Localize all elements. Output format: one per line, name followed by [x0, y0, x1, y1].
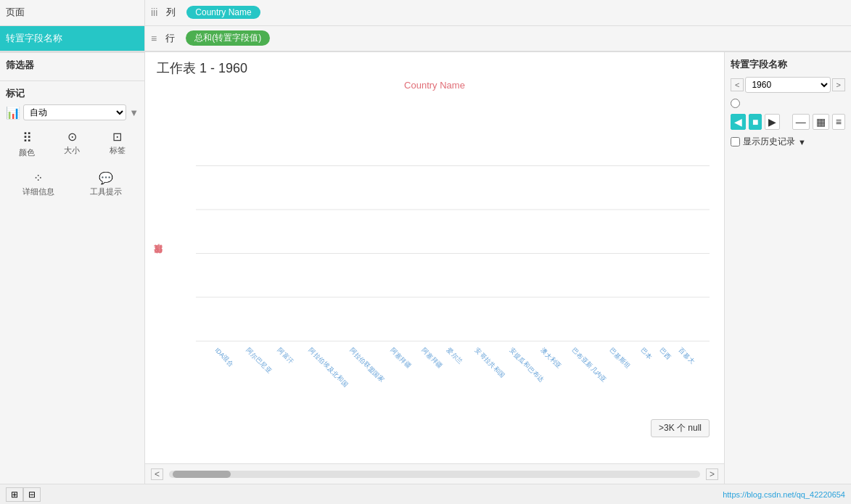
chart-x-label: Country Name [145, 80, 724, 91]
marks-tooltip[interactable]: 💬 工具提示 [74, 168, 139, 201]
col-icon: iii [151, 7, 157, 18]
main-area: 筛选器 标记 📊 自动 ▼ ⠿ 颜色 ⊙ [0, 52, 851, 484]
marks-section: 标记 📊 自动 ▼ ⠿ 颜色 ⊙ 大小 [0, 80, 144, 207]
svg-text:巴基斯坦: 巴基斯坦 [608, 347, 632, 371]
row-label: 行 [165, 32, 180, 45]
bottom-icon2[interactable]: ⊟ [23, 487, 41, 502]
chart-title: 工作表 1 - 1960 [145, 52, 724, 77]
size-icon: ⊙ [67, 130, 77, 144]
view-icon-prev[interactable]: ◀ [731, 114, 746, 130]
chart-region: 工作表 1 - 1960 Country Name 转置字段值 80T [145, 52, 724, 484]
top-bar: 页面 转置字段名称 iii 列 Country Name ≡ 行 总和(转置字段… [0, 0, 851, 52]
detail-icon: ⁘ [33, 171, 43, 185]
svg-text:巴西: 巴西 [659, 347, 673, 361]
right-title: 转置字段名称 [731, 58, 845, 71]
marks-wide-row: ⁘ 详细信息 💬 工具提示 [6, 168, 139, 201]
left-panel: 筛选器 标记 📊 自动 ▼ ⠿ 颜色 ⊙ [0, 52, 145, 484]
marks-detail[interactable]: ⁘ 详细信息 [6, 168, 71, 201]
tooltip-icon: 💬 [99, 171, 113, 185]
color-label: 颜色 [19, 147, 35, 158]
active-page-label: 转置字段名称 [6, 32, 62, 45]
dropdown-arrow-icon: ▼ [129, 107, 139, 118]
tooltip-label: 工具提示 [90, 186, 122, 197]
marks-label[interactable]: ⊡ 标签 [96, 126, 139, 162]
history-dropdown-icon[interactable]: ▼ [798, 138, 806, 146]
layout-icon-line[interactable]: — [792, 114, 810, 130]
label-icon: ⊡ [112, 130, 122, 144]
svg-text:百慕大: 百慕大 [677, 347, 696, 365]
label-label: 标签 [110, 145, 126, 156]
marks-type-select[interactable]: 自动 [23, 104, 126, 120]
view-icons-row: ◀ ■ ▶ — ▦ ≡ [731, 114, 845, 130]
color-icon: ⠿ [22, 130, 32, 146]
page-row: 页面 [0, 0, 144, 26]
svg-text:阿塞拜疆: 阿塞拜疆 [389, 347, 413, 371]
svg-text:巴本: 巴本 [640, 347, 654, 361]
svg-text:爱尔兰: 爱尔兰 [445, 347, 464, 365]
col-row: iii 列 Country Name [145, 0, 851, 26]
col-tag-pill[interactable]: Country Name [186, 6, 260, 19]
scrollbar-row: < > [145, 463, 724, 484]
svg-text:巴布亚新几内亚: 巴布亚新几内亚 [571, 347, 609, 384]
year-nav: < 1960 > [731, 77, 845, 93]
bottom-icon1[interactable]: ⊞ [6, 487, 23, 502]
bottom-bar: ⊞ ⊟ https://blog.csdn.net/qq_42220654 [0, 484, 851, 504]
null-badge: >3K 个 null [651, 419, 710, 437]
svg-text:澳大利亚: 澳大利亚 [539, 347, 563, 371]
svg-text:IDA混合: IDA混合 [213, 347, 235, 368]
radio-row [731, 99, 845, 108]
year-prev-btn[interactable]: < [731, 78, 744, 91]
view-icon-center[interactable]: ■ [749, 114, 762, 130]
chart-body: 转置字段值 80T 60T 40T 20T 0T [145, 94, 724, 463]
layout-icon-list[interactable]: ≡ [832, 114, 845, 130]
year-select[interactable]: 1960 [745, 77, 830, 93]
chart-area: 工作表 1 - 1960 Country Name 转置字段值 80T [145, 52, 724, 463]
svg-text:阿拉伯联盟国家: 阿拉伯联盟国家 [348, 347, 386, 384]
marks-grid: ⠿ 颜色 ⊙ 大小 ⊡ 标签 [6, 126, 139, 162]
filter-title: 筛选器 [6, 59, 139, 72]
svg-text:安哥拉共和国: 安哥拉共和国 [474, 347, 506, 379]
history-row: 显示历史记录 ▼ [731, 136, 845, 148]
detail-label: 详细信息 [22, 186, 54, 197]
chart-svg: 80T 60T 40T 20T 0T IDA混合 阿尔巴尼亚 阿富汗 阿拉伯埃及… [196, 94, 710, 463]
marks-color[interactable]: ⠿ 颜色 [6, 126, 48, 162]
layout-icon-grid[interactable]: ▦ [813, 114, 829, 130]
page-label: 页面 [6, 6, 25, 19]
scroll-right-btn[interactable]: > [706, 468, 718, 480]
filter-section: 筛选器 [0, 52, 144, 80]
scroll-thumb[interactable] [173, 471, 231, 478]
top-left-panel: 页面 转置字段名称 [0, 0, 145, 51]
size-label: 大小 [64, 145, 80, 156]
svg-text:阿富汗: 阿富汗 [276, 347, 295, 365]
history-checkbox[interactable] [731, 137, 740, 146]
marks-type-row: 📊 自动 ▼ [6, 104, 139, 120]
right-panel: 转置字段名称 < 1960 > ◀ ■ ▶ — ▦ ≡ [724, 52, 851, 484]
chart-icon: 📊 [6, 106, 20, 120]
marks-size[interactable]: ⊙ 大小 [51, 126, 93, 162]
top-right-panel: iii 列 Country Name ≡ 行 总和(转置字段值) [145, 0, 851, 51]
view-icon-next[interactable]: ▶ [765, 114, 780, 130]
scroll-track[interactable] [169, 471, 700, 478]
active-page-btn[interactable]: 转置字段名称 [0, 26, 144, 52]
col-label: 列 [166, 6, 181, 19]
row-tag-pill[interactable]: 总和(转置字段值) [186, 30, 270, 46]
svg-text:阿塞拜疆: 阿塞拜疆 [420, 347, 444, 371]
row-icon: ≡ [151, 33, 157, 44]
svg-text:阿拉伯埃及北和国: 阿拉伯埃及北和国 [308, 347, 350, 389]
year-next-btn[interactable]: > [832, 78, 845, 91]
marks-title: 标记 [6, 87, 139, 100]
svg-text:阿尔巴尼亚: 阿尔巴尼亚 [245, 347, 274, 375]
row-row: ≡ 行 总和(转置字段值) [145, 26, 851, 52]
bottom-url: https://blog.csdn.net/qq_42220654 [723, 490, 845, 499]
radio-btn[interactable] [731, 99, 740, 108]
history-label: 显示历史记录 [743, 136, 795, 148]
scroll-left-btn[interactable]: < [151, 468, 163, 480]
